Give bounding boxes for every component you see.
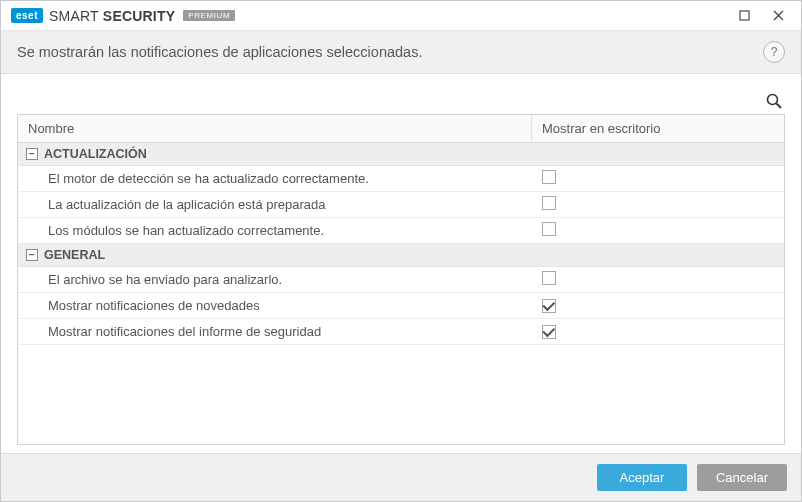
column-show-header[interactable]: Mostrar en escritorio <box>532 115 784 142</box>
item-label: Los módulos se han actualizado correctam… <box>18 218 532 243</box>
table-body: −ACTUALIZACIÓNEl motor de detección se h… <box>18 143 784 444</box>
group-label: GENERAL <box>44 248 105 262</box>
group-row[interactable]: −ACTUALIZACIÓN <box>18 143 784 166</box>
group-label: ACTUALIZACIÓN <box>44 147 147 161</box>
table-row: La actualización de la aplicación está p… <box>18 192 784 218</box>
item-label: La actualización de la aplicación está p… <box>18 192 532 217</box>
item-label: Mostrar notificaciones de novedades <box>18 293 532 318</box>
table-row: El motor de detección se ha actualizado … <box>18 166 784 192</box>
show-on-desktop-checkbox[interactable] <box>542 299 556 313</box>
collapse-icon[interactable]: − <box>26 148 38 160</box>
group-row[interactable]: −GENERAL <box>18 244 784 267</box>
item-checkbox-cell <box>532 166 784 191</box>
brand-text-light: SMART <box>49 8 99 24</box>
search-icon <box>766 93 782 109</box>
titlebar: eset SMART SECURITY PREMIUM <box>1 1 801 31</box>
close-icon <box>773 10 784 21</box>
svg-point-1 <box>768 95 778 105</box>
item-label: El motor de detección se ha actualizado … <box>18 166 532 191</box>
show-on-desktop-checkbox[interactable] <box>542 271 556 285</box>
table-row: Los módulos se han actualizado correctam… <box>18 218 784 244</box>
item-label: El archivo se ha enviado para analizarlo… <box>18 267 532 292</box>
search-button[interactable] <box>763 90 785 112</box>
dialog-footer: Aceptar Cancelar <box>1 453 801 501</box>
table-row: Mostrar notificaciones de novedades <box>18 293 784 319</box>
content-area: Nombre Mostrar en escritorio −ACTUALIZAC… <box>1 74 801 453</box>
brand-badge: PREMIUM <box>183 10 235 21</box>
maximize-icon <box>739 10 750 21</box>
item-checkbox-cell <box>532 192 784 217</box>
item-checkbox-cell <box>532 319 784 344</box>
notification-table: Nombre Mostrar en escritorio −ACTUALIZAC… <box>17 114 785 445</box>
item-checkbox-cell <box>532 218 784 243</box>
show-on-desktop-checkbox[interactable] <box>542 196 556 210</box>
cancel-button[interactable]: Cancelar <box>697 464 787 491</box>
svg-line-2 <box>777 104 782 109</box>
column-name-header[interactable]: Nombre <box>18 115 532 142</box>
item-checkbox-cell <box>532 267 784 292</box>
subtitle-bar: Se mostrarán las notificaciones de aplic… <box>1 31 801 74</box>
help-icon: ? <box>771 45 778 59</box>
ok-button[interactable]: Aceptar <box>597 464 687 491</box>
show-on-desktop-checkbox[interactable] <box>542 222 556 236</box>
item-checkbox-cell <box>532 293 784 318</box>
help-button[interactable]: ? <box>763 41 785 63</box>
brand-text-bold: SECURITY <box>103 8 175 24</box>
table-header: Nombre Mostrar en escritorio <box>18 115 784 143</box>
svg-rect-0 <box>740 11 749 20</box>
brand-logo: eset <box>11 8 43 23</box>
window-maximize-button[interactable] <box>727 2 761 30</box>
window-close-button[interactable] <box>761 2 795 30</box>
show-on-desktop-checkbox[interactable] <box>542 170 556 184</box>
table-row: El archivo se ha enviado para analizarlo… <box>18 267 784 293</box>
subtitle-text: Se mostrarán las notificaciones de aplic… <box>17 44 422 60</box>
table-row: Mostrar notificaciones del informe de se… <box>18 319 784 345</box>
item-label: Mostrar notificaciones del informe de se… <box>18 319 532 344</box>
show-on-desktop-checkbox[interactable] <box>542 325 556 339</box>
collapse-icon[interactable]: − <box>26 249 38 261</box>
brand: eset SMART SECURITY PREMIUM <box>11 8 235 24</box>
